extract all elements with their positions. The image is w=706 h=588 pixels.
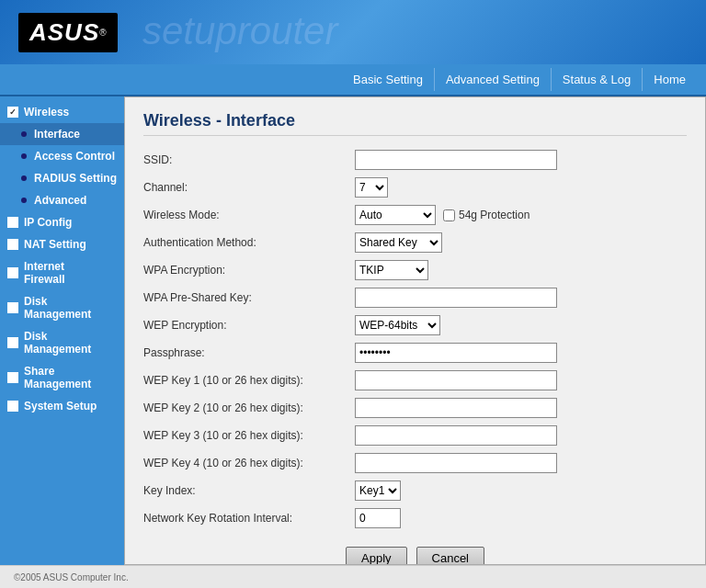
sidebar-item-access-control[interactable]: Access Control bbox=[0, 145, 124, 167]
sidebar-label-interface: Interface bbox=[34, 128, 80, 141]
key-index-select[interactable]: Key1 Key2 Key3 Key4 bbox=[355, 481, 401, 501]
sidebar-label-firewall: InternetFirewall bbox=[24, 260, 65, 286]
wep-key4-row: WEP Key 4 (10 or 26 hex digits): bbox=[143, 453, 687, 473]
wep-key2-label: WEP Key 2 (10 or 26 hex digits): bbox=[143, 401, 355, 414]
sidebar-label-advanced: Advanced bbox=[34, 194, 86, 207]
wep-encryption-select[interactable]: WEP-64bits WEP-128bits None bbox=[355, 315, 440, 335]
interface-dot bbox=[21, 131, 27, 137]
wep-key2-input[interactable] bbox=[355, 398, 557, 418]
network-key-input[interactable] bbox=[355, 508, 401, 528]
sidebar-label-disk: DiskManagement bbox=[24, 330, 91, 356]
wireless-mode-label: Wireless Mode: bbox=[143, 209, 355, 221]
cancel-button[interactable]: Cancel bbox=[416, 547, 484, 565]
wireless-mode-control: Auto 11b Only 11g Only 11b/g Mixed 54g P… bbox=[355, 205, 687, 225]
sidebar-label-wireless: Wireless bbox=[24, 106, 69, 119]
sidebar-label-system: System Setup bbox=[24, 400, 97, 413]
passphrase-input[interactable] bbox=[355, 343, 557, 363]
sidebar-item-ip-config[interactable]: IP Config bbox=[0, 211, 124, 233]
footer-text: ©2005 ASUS Computer Inc. bbox=[14, 572, 129, 582]
logo-box: ASUS® bbox=[18, 13, 118, 52]
wep-key1-input[interactable] bbox=[355, 370, 557, 390]
sidebar-item-nat-setting[interactable]: NAT Setting bbox=[0, 233, 124, 255]
ip-config-checkbox bbox=[7, 217, 18, 228]
wep-key3-row: WEP Key 3 (10 or 26 hex digits): bbox=[143, 425, 687, 446]
auth-method-row: Authentication Method: Open System Share… bbox=[143, 232, 687, 253]
wpa-preshared-input[interactable] bbox=[355, 288, 557, 308]
wep-encryption-control: WEP-64bits WEP-128bits None bbox=[355, 315, 687, 335]
key-index-row: Key Index: Key1 Key2 Key3 Key4 bbox=[143, 481, 687, 501]
sidebar: Wireless Interface Access Control RADIUS… bbox=[0, 96, 124, 565]
wpa-preshared-row: WPA Pre-Shared Key: bbox=[143, 288, 687, 308]
network-key-control bbox=[355, 508, 687, 528]
content-area: Wireless - Interface SSID: Channel: 1234… bbox=[124, 96, 706, 565]
footer: ©2005 ASUS Computer Inc. bbox=[0, 565, 706, 588]
channel-label: Channel: bbox=[143, 181, 355, 194]
wpa-encryption-select[interactable]: TKIP AES TKIP+AES bbox=[355, 260, 428, 280]
ssid-label: SSID: bbox=[143, 153, 355, 166]
applications-checkbox bbox=[7, 302, 18, 313]
sidebar-item-share-management[interactable]: ShareManagement bbox=[0, 360, 124, 395]
protection-label: 54g Protection bbox=[443, 209, 530, 221]
nav-home[interactable]: Home bbox=[642, 68, 697, 91]
ssid-input[interactable] bbox=[355, 150, 557, 170]
sidebar-item-internet-firewall[interactable]: InternetFirewall bbox=[0, 255, 124, 290]
sidebar-item-system-setup[interactable]: System Setup bbox=[0, 395, 124, 417]
disk-checkbox bbox=[7, 337, 18, 348]
protection-checkbox[interactable] bbox=[443, 209, 455, 221]
nav-advanced-setting[interactable]: Advanced Setting bbox=[434, 68, 551, 91]
page-title: Wireless - Interface bbox=[143, 111, 687, 136]
main-layout: Wireless Interface Access Control RADIUS… bbox=[0, 96, 706, 565]
firewall-checkbox bbox=[7, 267, 18, 278]
share-checkbox bbox=[7, 372, 18, 383]
wep-key1-row: WEP Key 1 (10 or 26 hex digits): bbox=[143, 370, 687, 390]
passphrase-label: Passphrase: bbox=[143, 346, 355, 359]
key-index-label: Key Index: bbox=[143, 484, 355, 497]
wireless-mode-select[interactable]: Auto 11b Only 11g Only 11b/g Mixed bbox=[355, 205, 436, 225]
access-control-dot bbox=[21, 153, 27, 159]
auth-method-control: Open System Shared Key WPA WPA2 WPA-Auto bbox=[355, 232, 687, 253]
wep-encryption-label: WEP Encryption: bbox=[143, 319, 355, 332]
auth-method-label: Authentication Method: bbox=[143, 236, 355, 249]
wep-encryption-row: WEP Encryption: WEP-64bits WEP-128bits N… bbox=[143, 315, 687, 335]
nav-basic-setting[interactable]: Basic Setting bbox=[342, 68, 434, 91]
ssid-control bbox=[355, 150, 687, 170]
sidebar-label-applications: Disk Management bbox=[24, 295, 117, 321]
ssid-row: SSID: bbox=[143, 150, 687, 170]
sidebar-item-radius-setting[interactable]: RADIUS Setting bbox=[0, 167, 124, 189]
sidebar-label-ip-config: IP Config bbox=[24, 216, 72, 229]
sidebar-label-nat: NAT Setting bbox=[24, 238, 86, 251]
wep-key4-label: WEP Key 4 (10 or 26 hex digits): bbox=[143, 457, 355, 469]
protection-text: 54g Protection bbox=[459, 209, 530, 221]
passphrase-row: Passphrase: bbox=[143, 343, 687, 363]
wep-key3-control bbox=[355, 425, 687, 446]
header: ASUS® setuprouter bbox=[0, 0, 706, 64]
sidebar-item-applications[interactable]: Disk Management bbox=[0, 290, 124, 325]
key-index-control: Key1 Key2 Key3 Key4 bbox=[355, 481, 687, 501]
wpa-encryption-row: WPA Encryption: TKIP AES TKIP+AES bbox=[143, 260, 687, 280]
channel-control: 1234 5678 91011 bbox=[355, 177, 687, 198]
sidebar-item-wireless[interactable]: Wireless bbox=[0, 101, 124, 123]
passphrase-control bbox=[355, 343, 687, 363]
logo-reg: ® bbox=[99, 28, 106, 38]
wep-key3-label: WEP Key 3 (10 or 26 hex digits): bbox=[143, 429, 355, 442]
auth-method-select[interactable]: Open System Shared Key WPA WPA2 WPA-Auto bbox=[355, 232, 442, 253]
apply-button[interactable]: Apply bbox=[346, 547, 407, 565]
sidebar-label-radius: RADIUS Setting bbox=[34, 172, 117, 185]
wep-key4-control bbox=[355, 453, 687, 473]
sidebar-item-disk-management[interactable]: DiskManagement bbox=[0, 325, 124, 360]
wep-key3-input[interactable] bbox=[355, 425, 557, 446]
sidebar-item-advanced[interactable]: Advanced bbox=[0, 189, 124, 211]
wep-key2-row: WEP Key 2 (10 or 26 hex digits): bbox=[143, 398, 687, 418]
wireless-mode-row: Wireless Mode: Auto 11b Only 11g Only 11… bbox=[143, 205, 687, 225]
network-key-row: Network Key Rotation Interval: bbox=[143, 508, 687, 528]
wep-key4-input[interactable] bbox=[355, 453, 557, 473]
system-checkbox bbox=[7, 401, 18, 412]
button-row: Apply Cancel bbox=[143, 547, 687, 565]
sidebar-label-access-control: Access Control bbox=[34, 150, 115, 163]
wpa-preshared-label: WPA Pre-Shared Key: bbox=[143, 291, 355, 304]
watermark: setuprouter bbox=[142, 9, 337, 53]
sidebar-item-interface[interactable]: Interface bbox=[0, 123, 124, 145]
sidebar-label-share: ShareManagement bbox=[24, 365, 91, 390]
channel-select[interactable]: 1234 5678 91011 bbox=[355, 177, 388, 198]
nav-status-log[interactable]: Status & Log bbox=[551, 68, 642, 91]
